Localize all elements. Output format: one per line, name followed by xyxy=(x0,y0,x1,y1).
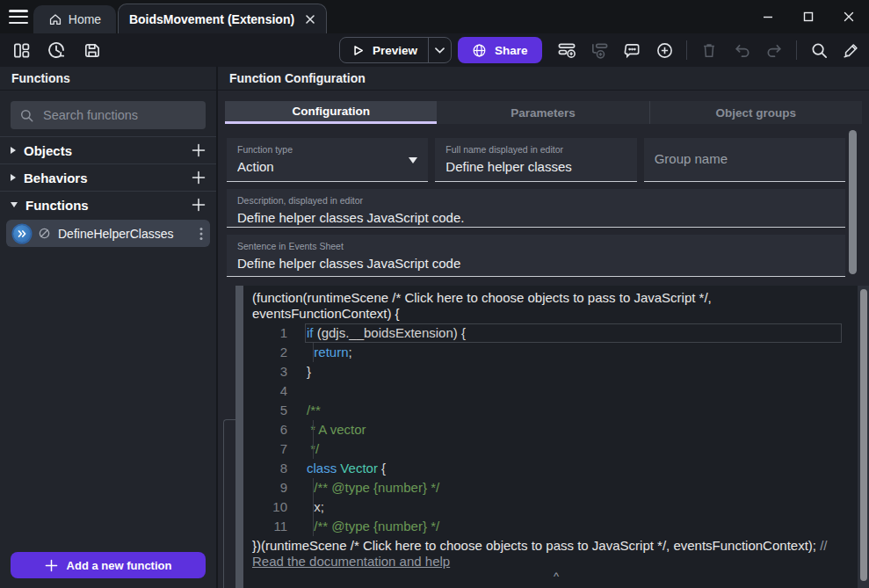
edit-icon[interactable] xyxy=(841,40,862,61)
add-function-icon[interactable] xyxy=(192,198,206,212)
chevron-right-icon xyxy=(11,147,16,154)
code-line[interactable]: 11 /** @type {number} */ xyxy=(243,517,869,536)
sidebar-title: Functions xyxy=(0,67,216,91)
code-wrapper-footer[interactable]: })(runtimeScene /* Click here to choose … xyxy=(243,538,846,570)
sidebar: Functions Objects Behaviors Functions xyxy=(0,67,218,588)
section-label: Objects xyxy=(24,143,184,158)
home-icon xyxy=(48,12,62,26)
line-number: 8 xyxy=(243,459,287,478)
tab-configuration[interactable]: Configuration xyxy=(225,101,437,124)
code-wrapper-header[interactable]: (function(runtimeScene /* Click here to … xyxy=(243,286,846,322)
full-name-value: Define helper classes xyxy=(445,158,626,176)
indent-guide xyxy=(313,343,314,362)
private-icon xyxy=(38,227,51,240)
project-manager-icon[interactable] xyxy=(11,40,32,61)
section-label: Functions xyxy=(25,198,184,213)
add-new-function-button[interactable]: Add a new function xyxy=(11,552,206,578)
function-gear-icon xyxy=(13,225,31,243)
toolbar: Preview Share xyxy=(0,33,869,67)
search-input[interactable] xyxy=(41,107,209,123)
close-icon[interactable] xyxy=(829,0,869,33)
sidebar-spacer xyxy=(0,249,216,552)
indent-guide xyxy=(313,497,314,517)
description-value: Define helper classes JavaScript code. xyxy=(237,209,835,227)
add-subevent-icon[interactable] xyxy=(589,40,610,61)
app-window: Home BoidsMovement (Extension) xyxy=(0,0,869,588)
code-line[interactable]: 8class Vector { xyxy=(243,459,869,478)
line-number: 10 xyxy=(243,497,287,517)
add-behavior-icon[interactable] xyxy=(192,171,206,185)
dropdown-arrow-icon xyxy=(409,157,417,163)
sidebar-section-objects[interactable]: Objects xyxy=(0,136,216,163)
sentence-value: Define helper classes JavaScript code xyxy=(237,255,835,272)
minimize-icon[interactable] xyxy=(748,0,788,33)
more-options-icon[interactable] xyxy=(199,227,203,241)
config-scrollbar[interactable] xyxy=(849,130,857,274)
toolbar-divider xyxy=(686,40,687,60)
search-functions-box[interactable] xyxy=(11,101,206,129)
function-item-definehelperclasses[interactable]: DefineHelperClasses xyxy=(6,220,210,247)
undo-icon[interactable] xyxy=(731,40,752,61)
function-type-select[interactable]: Function type Action xyxy=(227,138,428,182)
share-label: Share xyxy=(495,44,528,57)
full-name-label: Full name displayed in editor xyxy=(445,144,626,156)
preview-options-button[interactable] xyxy=(428,38,451,62)
add-object-icon[interactable] xyxy=(192,143,206,157)
add-event-icon[interactable] xyxy=(556,40,577,61)
indent-guide xyxy=(313,439,314,459)
full-name-field[interactable]: Full name displayed in editor Define hel… xyxy=(435,138,636,182)
delete-icon[interactable] xyxy=(699,40,720,61)
line-number: 5 xyxy=(243,401,287,420)
tab-object-groups[interactable]: Object groups xyxy=(649,101,862,124)
preview-button[interactable]: Preview xyxy=(340,38,428,62)
redo-icon[interactable] xyxy=(764,40,785,61)
code-line[interactable]: 4 xyxy=(243,381,869,401)
code-line[interactable]: 7 */ xyxy=(243,439,869,459)
sentence-label: Sentence in Events Sheet xyxy=(237,241,835,252)
toolbar-left xyxy=(11,40,102,61)
sidebar-section-functions[interactable]: Functions xyxy=(0,191,216,218)
sentence-field[interactable]: Sentence in Events Sheet Define helper c… xyxy=(227,235,845,277)
tab-boidsmovement[interactable]: BoidsMovement (Extension) xyxy=(118,4,327,33)
app-body: Functions Objects Behaviors Functions xyxy=(0,67,869,588)
indent-guide xyxy=(313,517,314,536)
menu-icon[interactable] xyxy=(9,10,28,24)
collapse-caret-icon[interactable]: ^ xyxy=(554,572,559,581)
save-icon[interactable] xyxy=(81,40,102,61)
code-line[interactable]: 2 return; xyxy=(243,343,869,362)
sidebar-section-behaviors[interactable]: Behaviors xyxy=(0,163,216,191)
code-line[interactable]: 6 * A vector xyxy=(243,420,869,439)
editor-scrollbar-thumb[interactable] xyxy=(860,289,867,581)
code-line[interactable]: 1if (gdjs.__boidsExtension) { xyxy=(243,323,869,343)
group-name-input[interactable] xyxy=(655,151,835,166)
main-panel: Function Configuration Configuration Par… xyxy=(218,67,869,588)
event-drag-handle[interactable] xyxy=(235,286,243,588)
section-label: Behaviors xyxy=(24,171,184,185)
code-line[interactable]: 9 /** @type {number} */ xyxy=(243,478,869,497)
search-icon xyxy=(19,108,34,123)
maximize-icon[interactable] xyxy=(788,0,829,33)
code-line[interactable]: 3} xyxy=(243,362,869,381)
main-title: Function Configuration xyxy=(218,67,869,91)
search-icon[interactable] xyxy=(808,40,829,61)
history-icon[interactable] xyxy=(46,40,67,61)
config-tabs: Configuration Parameters Object groups xyxy=(225,101,862,124)
description-field[interactable]: Description, displayed in editor Define … xyxy=(227,189,845,228)
code-line[interactable]: 10 x; xyxy=(243,497,869,517)
toolbar-right xyxy=(556,33,862,67)
play-icon xyxy=(351,43,366,58)
documentation-link[interactable]: Read the documentation and help xyxy=(252,554,450,569)
code-editor-region: (function(runtimeScene /* Click here to … xyxy=(218,286,869,588)
js-code-editor[interactable]: (function(runtimeScene /* Click here to … xyxy=(243,286,869,588)
tab-parameters[interactable]: Parameters xyxy=(437,101,648,124)
preview-split-button: Preview xyxy=(339,37,452,63)
tab-home[interactable]: Home xyxy=(33,5,116,33)
code-line[interactable]: 5/** xyxy=(243,401,869,420)
group-name-field[interactable] xyxy=(644,138,845,182)
window-controls xyxy=(748,0,869,33)
add-circle-icon[interactable] xyxy=(654,40,675,61)
add-comment-icon[interactable] xyxy=(621,40,642,61)
line-number: 7 xyxy=(243,439,287,459)
share-button[interactable]: Share xyxy=(458,37,542,63)
tab-close-icon[interactable] xyxy=(305,14,315,25)
